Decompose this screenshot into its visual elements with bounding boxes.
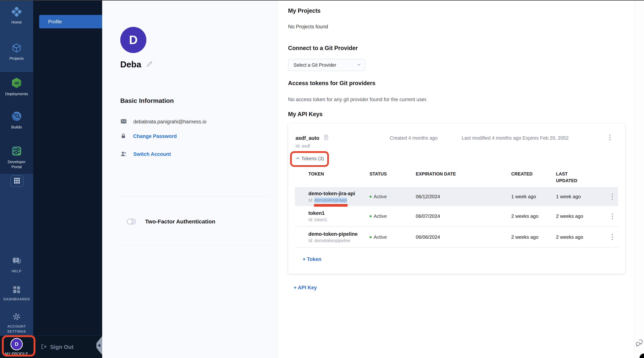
api-key-menu-kebab[interactable] [606, 133, 614, 141]
sidebar-item-label: Builds [11, 124, 22, 129]
api-key-card: asdf_auto Created 4 months ago Last modi… [288, 124, 625, 274]
support-chat-icon[interactable] [635, 339, 643, 348]
module-picker-button[interactable] [10, 175, 24, 187]
token-menu-kebab[interactable] [608, 212, 616, 221]
api-keys-title: My API Keys [288, 111, 322, 118]
lock-icon [120, 133, 126, 140]
token-row[interactable]: demo-token-jira-api Id: demotokenjiraapi… [295, 188, 618, 206]
sidebar-item-home[interactable]: Home [0, 6, 33, 25]
sidebar-item-label: Projects [10, 56, 24, 61]
token-menu-kebab[interactable] [608, 233, 616, 241]
sign-out-icon [40, 343, 47, 350]
sidebar-item-label: Developer Portal [2, 159, 30, 169]
token-name: token1 [308, 210, 370, 216]
sidebar-item-my-profile[interactable]: D MY PROFILE [0, 336, 33, 358]
git-provider-select[interactable]: Select a Git Provider [288, 59, 365, 71]
token-expiration: 06/06/2024 [416, 234, 511, 240]
token-status: Active [370, 213, 416, 219]
sidebar-item-help[interactable]: ? HELP [0, 256, 33, 274]
chevron-left-icon [98, 344, 100, 347]
basic-information-title: Basic Information [120, 97, 174, 104]
col-header-updated: LAST UPDATED [556, 170, 584, 184]
help-chat-icon: ? [12, 256, 22, 267]
token-id: Id: demotokenpipeline [308, 238, 350, 243]
toggle-knob [127, 219, 132, 224]
token-name: demo-token-jira-api [308, 191, 370, 197]
two-factor-label: Two-Factor Authentication [145, 219, 215, 224]
my-projects-title: My Projects [288, 8, 320, 14]
add-token-button[interactable]: + Token [302, 256, 322, 262]
sidebar-item-projects[interactable]: Projects [0, 43, 33, 61]
sidebar-item-label: MY PROFILE [5, 352, 28, 356]
api-key-id: Id: asdf [296, 143, 310, 148]
sidebar-item-deployments[interactable]: ∞ Deployments [0, 77, 33, 96]
token-id-prefix: Id: [308, 238, 314, 243]
token-id-prefix: Id: [308, 217, 314, 222]
builds-icon [11, 110, 22, 123]
sidebar-item-label: DASHBOARDS [3, 297, 30, 302]
token-updated: 2 weeks ago [556, 213, 606, 219]
token-name: demo-token-pipeline [308, 231, 370, 237]
sidebar-item-dashboards[interactable]: DASHBOARDS [0, 285, 33, 302]
token-expiration: 06/07/2024 [416, 213, 511, 219]
caret-up-icon [296, 156, 300, 161]
token-row[interactable]: demo-token-pipeline Id: demotokenpipelin… [295, 227, 618, 248]
switch-account-link[interactable]: Switch Account [133, 151, 171, 157]
deployments-icon: ∞ [11, 77, 22, 90]
divider [119, 196, 271, 197]
sidebar-item-label: ACCOUNT SETTINGS [4, 324, 29, 334]
token-id: Id: demotokenjiraapi [308, 198, 347, 203]
copy-icon[interactable] [322, 134, 330, 142]
profile-details-panel: D Deba Basic Information debabrata.panig… [102, 0, 278, 358]
profile-avatar[interactable]: D [120, 27, 146, 53]
access-tokens-title: Access tokens for Git providers [288, 80, 376, 87]
svg-text:∞: ∞ [14, 79, 19, 86]
avatar-initial: D [15, 341, 18, 347]
sidebar-item-label: HELP [12, 269, 22, 274]
dashboards-icon [12, 285, 21, 295]
active-status-dot [370, 236, 372, 238]
sidebar-item-developer-portal[interactable]: Developer Portal [0, 145, 33, 169]
token-id-highlighted: demotokenjiraapi [314, 198, 347, 203]
submenu-item-profile[interactable]: Profile [39, 15, 102, 28]
svg-text:?: ? [15, 258, 17, 262]
api-key-name: asdf_auto [296, 135, 320, 141]
projects-cube-icon [11, 43, 22, 54]
tokens-expander[interactable]: Tokens (3) [296, 156, 324, 161]
gear-icon [12, 312, 21, 322]
chevron-down-icon [356, 62, 361, 68]
edit-name-pencil-icon[interactable] [146, 61, 153, 68]
module-nav-sidebar: Home Projects ∞ Deployments [0, 0, 33, 358]
sidebar-item-label: Home [11, 20, 22, 25]
git-provider-title: Connect to a Git Provider [288, 45, 358, 52]
harness-profile-page: Home Projects ∞ Deployments [0, 0, 644, 358]
tokens-table: TOKEN STATUS EXPIRATION DATE CREATED LAS… [295, 168, 618, 248]
api-key-created: Created 4 months ago [390, 135, 438, 141]
submenu-item-label: Profile [48, 19, 62, 25]
token-expiration: 06/12/2024 [416, 194, 511, 200]
sidebar-bottom-bar: D MY PROFILE Sign Out [0, 336, 102, 358]
add-api-key-button[interactable]: + API Key [294, 285, 317, 291]
two-factor-toggle[interactable] [127, 219, 136, 224]
developer-portal-icon [11, 145, 22, 157]
token-menu-kebab[interactable] [608, 193, 616, 201]
token-created: 2 weeks ago [511, 213, 556, 219]
token-row[interactable]: token1 Id: token1 Active 06/07/2024 2 we… [295, 206, 618, 227]
change-password-link[interactable]: Change Password [133, 133, 177, 139]
sign-out-button[interactable]: Sign Out [40, 336, 74, 358]
git-provider-select-value: Select a Git Provider [294, 62, 336, 68]
col-header-status: STATUS [370, 170, 416, 177]
token-created: 1 week ago [511, 194, 556, 200]
sidebar-item-account-settings[interactable]: ACCOUNT SETTINGS [0, 312, 33, 334]
window-top-edge [0, 0, 644, 1]
grid-icon [14, 177, 20, 185]
main-content: My Projects No Projects found Connect to… [278, 0, 634, 358]
avatar-initial: D [129, 33, 138, 47]
sidebar-item-label: Deployments [5, 91, 28, 96]
sidebar-item-builds[interactable]: Builds [0, 110, 33, 129]
annotation-red-underline [314, 204, 348, 207]
tokens-expander-label: Tokens (3) [301, 156, 324, 161]
switch-account-users-icon [120, 150, 127, 158]
no-access-tokens-text: No access token for any git provider fou… [288, 97, 427, 102]
divider [119, 245, 271, 245]
